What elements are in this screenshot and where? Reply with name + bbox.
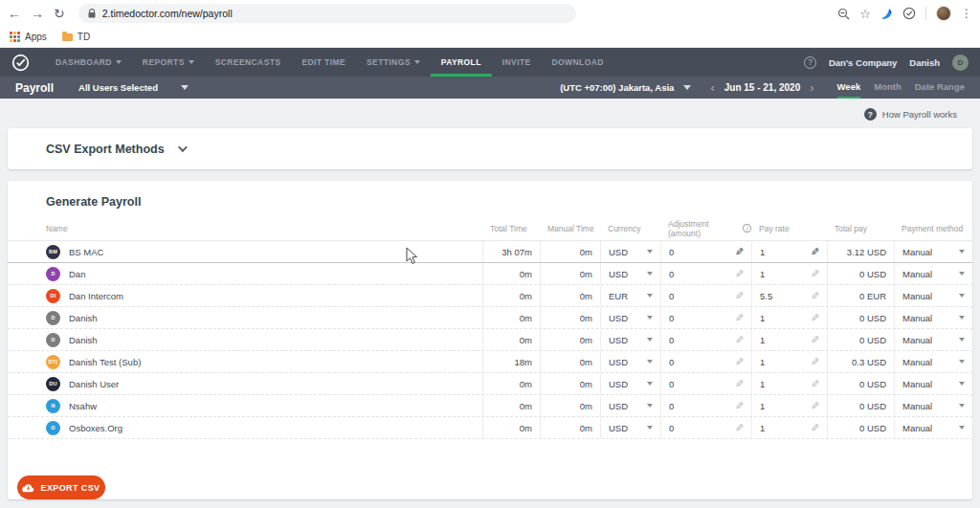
edit-adjustment-icon[interactable]: ✎ [735,334,744,346]
nav-item-invite[interactable]: INVITE [492,48,542,77]
chevron-down-icon [189,60,194,64]
edit-adjustment-icon[interactable]: ✎ [735,356,744,368]
extension-icon-clock[interactable] [902,7,916,20]
chevron-down-icon [647,294,653,298]
edit-adjustment-icon[interactable]: ✎ [735,422,744,434]
help-icon[interactable]: ? [804,56,816,69]
adjustment-cell: 0✎ [660,285,751,306]
adjustment-cell: 0✎ [660,263,751,284]
user-name-label[interactable]: Danish [909,57,940,68]
info-icon[interactable]: i [743,224,751,232]
avatar: DT( [46,355,60,369]
manual-time-cell: 0m [540,329,600,350]
edit-pay-rate-icon[interactable]: ✎ [811,334,819,346]
payment-method-select[interactable]: Manual [894,285,972,306]
export-csv-button[interactable]: EXPORT CSV [17,475,105,499]
edit-pay-rate-icon[interactable]: ✎ [811,422,819,434]
chevron-down-icon [959,294,965,298]
timezone-dropdown[interactable]: (UTC +07:00) Jakarta, Asia [560,77,691,99]
edit-pay-rate-icon[interactable]: ✎ [811,312,819,324]
edit-adjustment-icon[interactable]: ✎ [735,290,744,302]
timedoctor-logo-icon[interactable] [11,48,30,77]
avatar: BM [46,245,60,259]
nav-item-settings[interactable]: SETTINGS [356,48,431,77]
edit-adjustment-icon[interactable]: ✎ [735,400,744,412]
total-time-cell: 0m [482,285,540,306]
back-icon[interactable]: ← [8,7,21,20]
payment-method-select[interactable]: Manual [894,329,972,350]
reload-icon[interactable]: ↻ [54,7,65,20]
payment-method-select[interactable]: Manual [894,373,972,394]
name-cell: N Nsahw [8,395,482,416]
bookmark-star-icon[interactable]: ☆ [859,8,871,20]
nav-item-download[interactable]: DOWNLOAD [542,48,614,77]
avatar: O [46,421,60,435]
nav-item-payroll[interactable]: PAYROLL [431,48,492,77]
edit-pay-rate-icon[interactable]: ✎ [811,378,819,390]
edit-pay-rate-icon[interactable]: ✎ [811,290,819,302]
currency-select[interactable]: USD [600,241,660,262]
manual-time-cell: 0m [540,373,600,394]
name-cell: DT( Danish Test (Sub) [8,351,482,372]
avatar: D [46,311,60,325]
company-name[interactable]: Dan's Company [829,57,897,68]
pay-rate-cell: 1✎ [751,241,827,262]
edit-adjustment-icon[interactable]: ✎ [735,246,744,258]
avatar: D [46,267,60,281]
bookmark-td-folder[interactable]: TD [62,32,90,42]
currency-select[interactable]: USD [600,373,660,394]
cloud-download-icon [22,483,34,493]
pay-rate-cell: 1✎ [751,307,827,328]
currency-select[interactable]: USD [600,329,660,350]
currency-select[interactable]: EUR [600,285,660,306]
address-bar[interactable]: 2.timedoctor.com/new/payroll [78,4,576,23]
nav-item-screencasts[interactable]: SCREENCASTS [205,48,292,77]
zoom-icon[interactable] [837,8,850,20]
chevron-down-icon [959,382,965,386]
chevron-down-icon [959,250,965,254]
tab-date-range[interactable]: Date Range [915,77,965,99]
edit-adjustment-icon[interactable]: ✎ [735,312,744,324]
edit-adjustment-icon[interactable]: ✎ [735,378,744,390]
payment-method-select[interactable]: Manual [894,307,972,328]
prev-week-icon[interactable]: ‹ [710,81,714,94]
payment-method-select[interactable]: Manual [894,351,972,372]
user-filter-dropdown[interactable]: All Users Selected [78,82,189,93]
browser-menu-icon[interactable]: ⋮ [961,8,972,19]
edit-pay-rate-icon[interactable]: ✎ [811,400,819,412]
edit-pay-rate-icon[interactable]: ✎ [811,356,819,368]
currency-select[interactable]: USD [600,395,660,416]
col-currency: Currency [600,224,660,233]
total-time-cell: 0m [482,263,540,284]
chevron-down-icon [647,382,653,386]
table-row: O Osboxes.Org 0m 0m USD 0✎ 1✎ 0 USD Manu… [8,417,972,439]
how-payroll-works-link[interactable]: ? How Payroll works [8,99,972,128]
name-cell: D Dan [8,263,482,284]
bookmark-apps[interactable]: Apps [10,32,47,42]
currency-select[interactable]: USD [600,351,660,372]
tab-week[interactable]: Week [837,77,861,99]
edit-adjustment-icon[interactable]: ✎ [735,268,744,280]
user-avatar[interactable]: D [952,55,969,71]
currency-select[interactable]: USD [600,417,660,438]
tab-month[interactable]: Month [874,77,902,99]
nav-item-reports[interactable]: REPORTS [132,48,205,77]
help-icon: ? [864,108,877,121]
nav-item-edit-time[interactable]: EDIT TIME [291,48,356,77]
edit-pay-rate-icon[interactable]: ✎ [811,246,819,258]
payment-method-select[interactable]: Manual [894,241,972,262]
payment-method-select[interactable]: Manual [894,263,972,284]
forward-icon[interactable]: → [31,7,44,20]
payment-method-select[interactable]: Manual [894,417,972,438]
currency-select[interactable]: USD [600,307,660,328]
pay-rate-cell: 1✎ [751,351,827,372]
extension-icon-blue[interactable] [880,8,893,20]
nav-item-dashboard[interactable]: DASHBOARD [45,48,132,77]
payment-method-select[interactable]: Manual [894,395,972,416]
browser-profile-avatar[interactable] [936,6,951,21]
manual-time-cell: 0m [540,285,600,306]
edit-pay-rate-icon[interactable]: ✎ [811,268,819,280]
currency-select[interactable]: USD [600,263,660,284]
next-week-icon[interactable]: › [810,81,813,94]
csv-export-methods-card[interactable]: CSV Export Methods [8,128,972,169]
